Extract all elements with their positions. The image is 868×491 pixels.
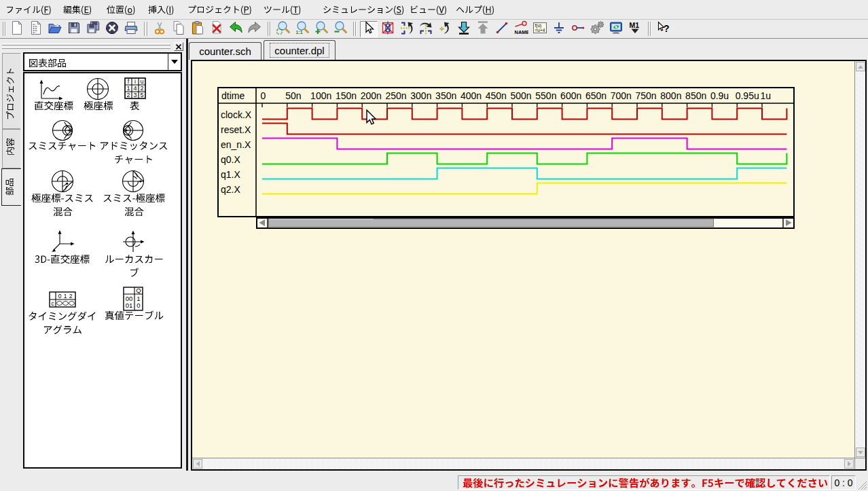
toolbar-button-new-text-document[interactable] bbox=[27, 21, 45, 37]
sidebar-tab-project[interactable]: プロジェクト bbox=[2, 53, 20, 129]
toolbar-button-insert-wire-label[interactable]: NAME bbox=[512, 21, 530, 37]
menu-position-text bbox=[107, 3, 137, 16]
toolbar-button-new-document[interactable] bbox=[8, 21, 26, 37]
port-icon bbox=[571, 20, 585, 38]
menu-items-0-label-text: ファイル(F) bbox=[1, 0, 2, 1]
toolbar-button-open-document[interactable] bbox=[46, 21, 64, 37]
signal-wave-reset.X bbox=[262, 124, 786, 134]
toolbar-button-save-document[interactable] bbox=[65, 21, 83, 37]
menu-insert-text bbox=[148, 3, 176, 16]
toolbar-button-activate-deactivate[interactable] bbox=[379, 21, 397, 37]
combo-dropdown-zone[interactable] bbox=[168, 54, 181, 70]
scroll-up-button[interactable] bbox=[856, 62, 865, 71]
menu-simulation-text bbox=[323, 3, 406, 16]
time-tick-label: 0 bbox=[261, 90, 266, 101]
marker-icon: M1 bbox=[628, 20, 643, 38]
tab-label: counter.sch bbox=[199, 46, 251, 57]
sidebar-components-1-label-text: 極座標 bbox=[24, 73, 25, 74]
toolbar-button-rotate[interactable] bbox=[436, 21, 454, 37]
toolbar-button-zoom-1-1[interactable]: 1:1 bbox=[293, 21, 311, 37]
close-x-icon bbox=[176, 44, 181, 50]
scroll-down-button[interactable] bbox=[856, 448, 865, 457]
c-polar-text bbox=[84, 100, 115, 113]
toolbar-button-paste[interactable] bbox=[189, 21, 206, 37]
timing-diagram[interactable]: dtime050n100n150n200n250n300n350n400n450… bbox=[217, 87, 797, 230]
toolbar-button-close-document[interactable] bbox=[103, 21, 121, 37]
svg-text:0: 0 bbox=[58, 293, 62, 299]
tab-counter-sch[interactable]: counter.sch bbox=[189, 42, 261, 60]
toolbar-handle[interactable] bbox=[3, 22, 7, 36]
toolbar-button-delete[interactable] bbox=[208, 21, 225, 37]
toolbar-button-zoom-in[interactable] bbox=[312, 21, 330, 37]
toolbar-icon-art bbox=[314, 20, 329, 35]
menu-edit[interactable]: 編集(E) bbox=[59, 0, 96, 19]
scroll-right-button[interactable] bbox=[844, 459, 854, 469]
menu-items-7-label-text: ビュー(V) bbox=[405, 0, 406, 1]
toolbar-button-mirror-about-x[interactable] bbox=[417, 21, 435, 37]
toolbar-button-print-document[interactable] bbox=[122, 21, 140, 37]
time-tick-label: 100n bbox=[310, 90, 331, 101]
menu-position[interactable]: 位置(o) bbox=[103, 0, 140, 19]
toolbar-button-zoom-fit[interactable] bbox=[274, 21, 292, 37]
sidebar-components-2-label-text: 表 bbox=[24, 73, 25, 74]
dock-close-button[interactable] bbox=[174, 42, 183, 51]
menu-view[interactable]: ビュー(V) bbox=[405, 0, 451, 19]
menu-project[interactable]: プロジェクト(P) bbox=[183, 0, 256, 19]
menu-file[interactable]: ファイル(F) bbox=[1, 0, 56, 19]
toolbar-icon-art bbox=[333, 20, 348, 35]
toolbar-icon-art bbox=[276, 20, 291, 35]
diagram-scroll-thumb[interactable] bbox=[269, 219, 714, 227]
toolbar-button-pop-out[interactable] bbox=[474, 21, 492, 37]
toolbar-button-zoom-out[interactable] bbox=[331, 21, 349, 37]
toolbar-button-insert-equation[interactable]: f(u)=u+4 bbox=[531, 21, 549, 37]
sidebar-tab-components[interactable]: 部品 bbox=[1, 168, 21, 206]
resize-grip-icon[interactable] bbox=[858, 481, 867, 490]
toolbar-button-insert-ground[interactable] bbox=[550, 21, 568, 37]
toolbar-button-view-data-display[interactable] bbox=[607, 21, 625, 37]
toolbar-button-insert-wire[interactable] bbox=[493, 21, 511, 37]
toolbar-button-undo[interactable] bbox=[227, 21, 245, 37]
sidebar-components-7-label-text: 3D-直交座標 bbox=[24, 73, 25, 74]
dock-grip[interactable] bbox=[2, 43, 170, 46]
dock-splitter[interactable] bbox=[186, 39, 188, 471]
toolbar-icon-art bbox=[418, 20, 433, 35]
menu-tools[interactable]: ツール(T) bbox=[259, 0, 306, 19]
paste-icon bbox=[190, 20, 205, 38]
scroll-left-button[interactable] bbox=[193, 459, 202, 469]
close-icon bbox=[105, 20, 120, 38]
toolbar-button-mirror-about-y[interactable] bbox=[398, 21, 416, 37]
component-category-select[interactable]: 図表部品 bbox=[23, 52, 182, 71]
svg-text:5: 5 bbox=[140, 92, 143, 98]
cursor-position-text: 0 : 0 bbox=[834, 477, 852, 488]
toolbar-button-save-all-documents[interactable] bbox=[84, 21, 102, 37]
table-icon-cells: fiu142235 bbox=[126, 78, 143, 98]
go-into-icon bbox=[456, 20, 471, 38]
data-display-canvas[interactable]: dtime050n100n150n200n250n300n350n400n450… bbox=[192, 61, 854, 458]
toolbar-icon-art bbox=[399, 20, 414, 35]
vertical-scrollbar[interactable] bbox=[854, 61, 865, 458]
time-tick-label: 150n bbox=[336, 90, 357, 101]
signal-wave-q0.X bbox=[262, 153, 786, 164]
menu-help[interactable]: ヘルプ(H) bbox=[452, 0, 499, 19]
menu-simulation[interactable]: シミュレーション(S) bbox=[319, 0, 408, 19]
toolbar-button-select-pointer[interactable] bbox=[360, 21, 378, 37]
sidebar-tab-content[interactable]: 内容 bbox=[2, 129, 20, 168]
dock-grip[interactable] bbox=[2, 47, 170, 49]
toolbar-button-go-into-subcircuit[interactable] bbox=[455, 21, 473, 37]
toolbar-button-copy[interactable] bbox=[170, 21, 187, 37]
view-data-icon bbox=[609, 20, 623, 38]
time-tick-label: 750n bbox=[636, 90, 657, 101]
toolbar-button-whats-this-help[interactable]: ? bbox=[655, 21, 672, 37]
signal-name-label: reset.X bbox=[221, 124, 251, 135]
toolbar-button-insert-port[interactable] bbox=[569, 21, 587, 37]
toolbar-button-set-marker[interactable]: M1 bbox=[626, 21, 644, 37]
toolbar-button-simulate[interactable] bbox=[588, 21, 606, 37]
tab-counter-dpl[interactable]: counter.dpl bbox=[264, 40, 336, 60]
menu-insert[interactable]: 挿入(I) bbox=[144, 0, 179, 19]
horizontal-scrollbar[interactable] bbox=[192, 458, 854, 469]
menu-tools-text bbox=[264, 3, 303, 16]
arrow-up-icon bbox=[858, 65, 863, 69]
toolbar-button-cut[interactable] bbox=[151, 21, 168, 37]
svg-text:u: u bbox=[140, 78, 143, 85]
toolbar-button-redo[interactable] bbox=[246, 21, 264, 37]
